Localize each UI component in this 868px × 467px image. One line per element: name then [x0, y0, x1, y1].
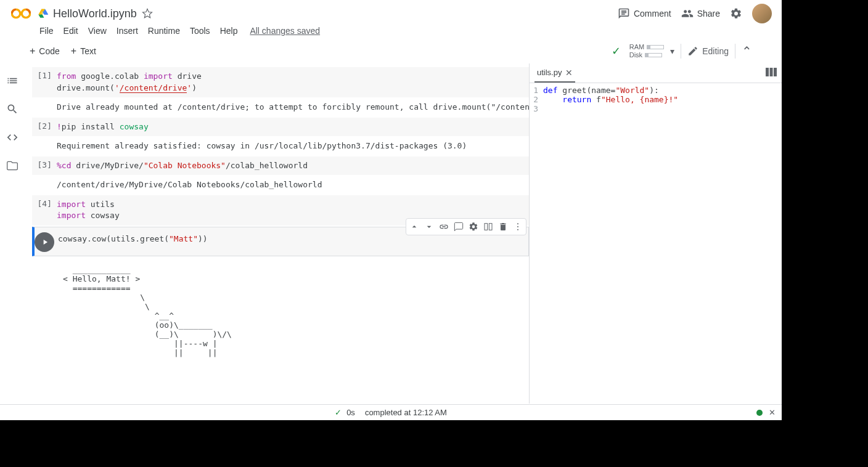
delete-cell-icon[interactable] [496, 220, 510, 234]
code-content[interactable]: from google.colab import drive drive.mou… [57, 71, 529, 93]
cell-output: /content/drive/MyDrive/Colab Notebooks/c… [32, 175, 529, 194]
menu-help[interactable]: Help [220, 26, 238, 36]
search-icon[interactable] [6, 103, 18, 115]
files-icon[interactable] [6, 160, 18, 172]
cell-prompt: [3] [32, 160, 57, 171]
svg-point-17 [517, 229, 518, 230]
divider [681, 44, 681, 59]
menu-view[interactable]: View [88, 26, 107, 36]
share-label: Share [697, 9, 720, 18]
cell-prompt: [1] [32, 71, 57, 93]
resource-indicator[interactable]: RAM Disk [629, 43, 664, 59]
save-status[interactable]: All changes saved [250, 26, 320, 36]
link-icon[interactable] [437, 220, 451, 234]
menu-edit[interactable]: Edit [63, 26, 78, 36]
cell-output: Requirement already satisfied: cowsay in… [32, 136, 529, 155]
status-dot-icon [756, 410, 763, 416]
code-content[interactable]: %cd drive/MyDrive/"Colab Notebooks"/cola… [57, 160, 529, 171]
add-code-button[interactable]: Code [30, 46, 60, 57]
toolbar: Code Text ✓ RAM Disk ▾ Editing ⌃ [0, 39, 782, 63]
notebook-title[interactable]: HelloWorld.ipynb [53, 7, 137, 20]
left-rail [0, 63, 25, 404]
svg-rect-14 [489, 223, 492, 230]
code-cell-active[interactable]: cowsay.cow(utils.greet("Matt")) ________… [32, 227, 529, 362]
editing-mode-button[interactable]: Editing [687, 46, 729, 57]
cell-prompt: [2] [32, 121, 57, 132]
statusbar: ✓ 0s completed at 12:12 AM ✕ [0, 404, 782, 420]
cell-toolbar [406, 218, 526, 235]
comment-label: Comment [634, 9, 671, 18]
notebook-area: [1] from google.colab import drive drive… [25, 63, 529, 404]
close-tab-icon[interactable]: ✕ [565, 68, 573, 78]
layout-icon[interactable] [766, 68, 777, 78]
collapse-icon[interactable]: ⌃ [742, 44, 752, 59]
connected-check-icon: ✓ [612, 44, 621, 58]
run-button[interactable] [35, 232, 54, 252]
editor-pane: utils.py ✕ 1def greet(name="World"): 2 r… [529, 63, 782, 404]
snippets-icon[interactable] [6, 131, 18, 144]
settings-cell-icon[interactable] [467, 220, 480, 234]
comment-button[interactable]: Comment [618, 7, 671, 20]
menu-file[interactable]: File [39, 26, 54, 36]
menu-insert[interactable]: Insert [117, 26, 138, 36]
editor-tab-label: utils.py [537, 68, 562, 77]
disk-bar [645, 53, 662, 57]
comment-cell-icon[interactable] [452, 220, 465, 234]
status-message: completed at 12:12 AM [365, 408, 447, 417]
menu-runtime[interactable]: Runtime [148, 26, 180, 36]
code-cell[interactable]: [2] !pip install cowsay Requirement alre… [32, 118, 529, 155]
svg-rect-13 [485, 223, 488, 230]
status-time: 0s [346, 408, 355, 417]
cell-prompt: [4] [32, 199, 57, 221]
svg-point-15 [517, 223, 518, 224]
move-down-icon[interactable] [422, 220, 436, 234]
colab-logo[interactable] [10, 2, 32, 25]
share-button[interactable]: Share [681, 7, 720, 20]
code-cell[interactable]: [3] %cd drive/MyDrive/"Colab Notebooks"/… [32, 156, 529, 194]
cell-output: Drive already mounted at /content/drive;… [32, 97, 529, 116]
toc-icon[interactable] [6, 75, 18, 87]
editor-tab[interactable]: utils.py ✕ [534, 63, 575, 83]
svg-rect-18 [766, 68, 769, 76]
avatar[interactable] [752, 4, 772, 23]
cell-output: ____________ < Hello, Matt! > ==========… [32, 256, 529, 362]
mirror-cell-icon[interactable] [481, 220, 495, 234]
svg-rect-20 [774, 68, 777, 76]
status-close-icon[interactable]: ✕ [769, 408, 776, 417]
divider [735, 44, 735, 59]
svg-marker-11 [44, 9, 48, 15]
more-cell-icon[interactable] [511, 220, 525, 234]
editor-body[interactable]: 1def greet(name="World"): 2 return f"Hel… [530, 83, 782, 116]
ram-bar [647, 45, 664, 49]
status-check-icon: ✓ [335, 408, 342, 417]
add-text-button[interactable]: Text [71, 46, 96, 57]
svg-point-16 [517, 226, 518, 227]
menu-tools[interactable]: Tools [190, 26, 210, 36]
move-up-icon[interactable] [407, 220, 421, 234]
settings-button[interactable] [730, 7, 742, 20]
code-content[interactable]: !pip install cowsay [57, 121, 529, 132]
drive-icon [37, 8, 49, 19]
code-cell[interactable]: [1] from google.colab import drive drive… [32, 67, 529, 116]
menubar: File Edit View Insert Runtime Tools Help… [0, 22, 782, 39]
header: HelloWorld.ipynb Comment Share [0, 0, 782, 22]
star-icon[interactable] [142, 8, 153, 19]
svg-rect-19 [770, 68, 773, 76]
runtime-menu-arrow[interactable]: ▾ [670, 46, 674, 56]
